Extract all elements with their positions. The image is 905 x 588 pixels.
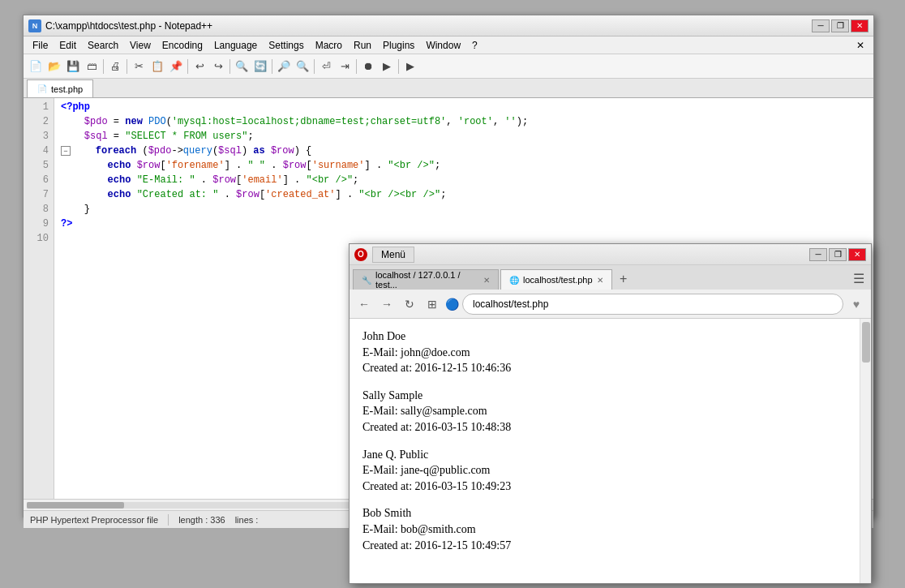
statusbar-sep-1 — [168, 514, 169, 526]
menu-macro[interactable]: Macro — [310, 38, 348, 53]
tb-run[interactable]: ▶ — [401, 58, 419, 75]
line-num-7: 7 — [24, 187, 49, 202]
tb-paste[interactable]: 📌 — [167, 58, 185, 75]
notepad-toolbar: 📄 📂 💾 🗃 🖨 ✂ 📋 📌 ↩ ↪ 🔍 🔄 🔎 🔍 ⏎ ⇥ ⏺ ▶ ▶ — [24, 54, 873, 79]
menu-file[interactable]: File — [27, 38, 54, 53]
line-num-2: 2 — [24, 114, 49, 129]
tb-redo[interactable]: ↪ — [209, 58, 227, 75]
browser-tab-testphp[interactable]: 🌐 localhost/test.php ✕ — [500, 269, 612, 290]
menu-settings[interactable]: Settings — [263, 38, 309, 53]
menu-search[interactable]: Search — [82, 38, 124, 53]
tb-separator-6 — [314, 59, 315, 74]
statusbar-lines: lines : — [235, 515, 259, 525]
browser-minimize-button[interactable]: ─ — [809, 248, 827, 261]
tb-new[interactable]: 📄 — [27, 58, 45, 75]
browser-tab-pma-close[interactable]: ✕ — [483, 276, 490, 285]
user-block-3: Jane Q. Public E-Mail: jane-q@public.com… — [362, 447, 858, 495]
tb-macro-play[interactable]: ▶ — [378, 58, 396, 75]
browser-window: O Menü ─ ❐ ✕ 🔧 localhost / 127.0.0.1 / t… — [349, 243, 872, 584]
browser-new-tab-button[interactable]: + — [614, 269, 633, 289]
user-name-1: John Doe — [362, 328, 858, 345]
user-created-label-1: Created at: 2016-12-15 10:46:36 — [362, 360, 858, 376]
notepad-app-icon: N — [28, 19, 41, 32]
user-name-2: Sally Sample — [362, 388, 858, 404]
tb-copy[interactable]: 📋 — [148, 58, 166, 75]
tb-replace[interactable]: 🔄 — [251, 58, 269, 75]
browser-addressbar: ← → ↻ ⊞ 🔵 ♥ — [350, 290, 871, 319]
notepad-tab-testphp[interactable]: 📄 test.php — [27, 79, 93, 97]
line-num-1: 1 — [24, 100, 49, 114]
tb-wrap[interactable]: ⏎ — [317, 58, 335, 75]
tab-label: test.php — [51, 84, 83, 94]
tb-zoom-out[interactable]: 🔍 — [294, 58, 311, 75]
menu-run[interactable]: Run — [348, 38, 377, 53]
menu-end: ✕ — [851, 38, 870, 53]
notepad-window-buttons: ─ ❐ ✕ — [812, 19, 869, 32]
menu-plugins[interactable]: Plugins — [377, 38, 420, 53]
browser-titlebar-left: O Menü — [354, 247, 414, 263]
browser-tab-testphp-icon: 🌐 — [509, 276, 519, 285]
menu-window[interactable]: Window — [420, 38, 466, 53]
notepad-restore-button[interactable]: ❐ — [831, 19, 849, 32]
menu-help[interactable]: ? — [466, 38, 483, 53]
user-email-label-2: E-Mail: sally@sample.com — [362, 403, 858, 419]
statusbar-length: length : 336 — [178, 515, 225, 525]
user-block-4: Bob Smith E-Mail: bob@smith.com Created … — [362, 505, 858, 553]
user-created-label-3: Created at: 2016-03-15 10:49:23 — [362, 479, 858, 495]
tb-open[interactable]: 📂 — [45, 58, 63, 75]
browser-tab-actions: ☰ — [853, 271, 868, 290]
browser-menu-button[interactable]: Menü — [372, 247, 414, 263]
tb-undo[interactable]: ↩ — [191, 58, 208, 75]
notepad-minimize-button[interactable]: ─ — [812, 19, 830, 32]
browser-vscrollbar[interactable] — [860, 319, 871, 583]
tb-separator-8 — [398, 59, 399, 74]
line-num-4: 4 — [24, 144, 49, 158]
user-email-label-3: E-Mail: jane-q@public.com — [362, 462, 858, 479]
tb-separator-5 — [272, 59, 272, 74]
user-email-label-1: E-Mail: john@doe.com — [362, 345, 858, 361]
user-created-label-2: Created at: 2016-03-15 10:48:38 — [362, 419, 858, 436]
browser-content: John Doe E-Mail: john@doe.com Created at… — [350, 319, 871, 583]
browser-address-input[interactable] — [462, 294, 843, 315]
notepad-titlebar: N C:\xampp\htdocs\test.php - Notepad++ ─… — [24, 15, 873, 36]
notepad-hscroll-thumb[interactable] — [27, 502, 124, 509]
browser-tab-pma-label: localhost / 127.0.0.1 / test... — [375, 270, 479, 290]
tb-save[interactable]: 💾 — [64, 58, 82, 75]
browser-tabs-button[interactable]: ⊞ — [422, 294, 442, 314]
browser-reload-button[interactable]: ↻ — [400, 294, 419, 314]
notepad-menubar: File Edit Search View Encoding Language … — [24, 36, 873, 54]
tb-macro-rec[interactable]: ⏺ — [359, 58, 377, 75]
notepad-line-numbers: 1 2 3 4 5 6 7 8 9 10 — [24, 98, 54, 499]
tb-separator-1 — [103, 59, 104, 74]
menu-encoding[interactable]: Encoding — [157, 38, 208, 53]
browser-window-buttons: ─ ❐ ✕ — [809, 248, 866, 261]
browser-close-button[interactable]: ✕ — [848, 248, 866, 261]
tb-saveall[interactable]: 🗃 — [83, 58, 101, 75]
line-num-5: 5 — [24, 158, 49, 173]
tab-file-icon: 📄 — [37, 84, 47, 93]
notepad-close-button[interactable]: ✕ — [851, 19, 869, 32]
browser-back-button[interactable]: ← — [354, 294, 374, 314]
user-name-3: Jane Q. Public — [362, 447, 858, 463]
user-block-1: John Doe E-Mail: john@doe.com Created at… — [362, 328, 858, 376]
tb-cut[interactable]: ✂ — [130, 58, 148, 75]
tb-separator-7 — [356, 59, 357, 74]
menu-edit[interactable]: Edit — [54, 38, 82, 53]
tb-separator-3 — [187, 59, 188, 74]
tb-indent[interactable]: ⇥ — [336, 58, 354, 75]
menu-language[interactable]: Language — [208, 38, 263, 53]
browser-restore-button[interactable]: ❐ — [829, 248, 847, 261]
user-created-label-4: Created at: 2016-12-15 10:49:57 — [362, 538, 858, 554]
user-email-label-4: E-Mail: bob@smith.com — [362, 521, 858, 538]
tb-separator-2 — [127, 59, 127, 74]
tb-zoom-in[interactable]: 🔎 — [275, 58, 293, 75]
browser-tab-testphp-close[interactable]: ✕ — [597, 276, 603, 285]
browser-vscroll-thumb[interactable] — [862, 322, 870, 363]
tb-print[interactable]: 🖨 — [106, 58, 124, 75]
browser-tab-stack-icon[interactable]: ☰ — [853, 271, 864, 286]
browser-tab-pma[interactable]: 🔧 localhost / 127.0.0.1 / test... ✕ — [353, 269, 499, 290]
browser-favorite-icon[interactable]: ♥ — [847, 294, 866, 314]
tb-find[interactable]: 🔍 — [233, 58, 251, 75]
menu-view[interactable]: View — [124, 38, 157, 53]
browser-forward-button[interactable]: → — [377, 294, 397, 314]
